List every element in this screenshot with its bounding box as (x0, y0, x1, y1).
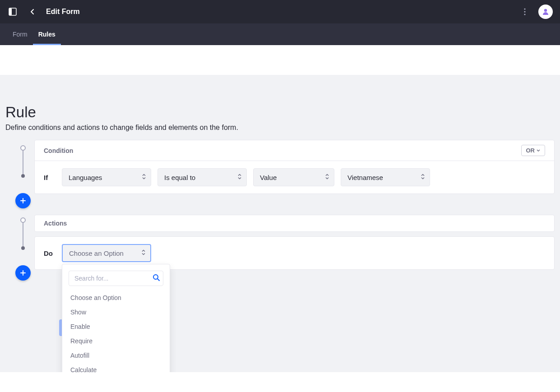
action-select-value: Choose an Option (69, 249, 124, 257)
condition-operator-value: Is equal to (164, 174, 195, 181)
action-select[interactable]: Choose an Option (62, 244, 151, 262)
kebab-menu-button[interactable] (519, 6, 530, 17)
svg-point-7 (21, 146, 25, 150)
page-subtitle: Define conditions and actions to change … (5, 124, 555, 132)
timeline (5, 140, 34, 284)
condition-type-value: Value (260, 174, 277, 181)
svg-point-5 (544, 9, 547, 12)
actions-header-card: Actions (34, 215, 555, 232)
caret-down-icon (537, 149, 540, 152)
condition-field-value: Languages (69, 174, 102, 181)
condition-operator-select[interactable]: Is equal to (157, 168, 247, 186)
dropdown-option[interactable]: Require (69, 334, 163, 348)
condition-header-label: Condition (44, 147, 73, 154)
condition-field-select[interactable]: Languages (62, 168, 151, 186)
add-action-button[interactable] (15, 265, 31, 281)
svg-point-3 (524, 11, 525, 12)
svg-point-4 (524, 14, 525, 15)
tab-form[interactable]: Form (7, 23, 33, 45)
svg-point-11 (21, 246, 25, 250)
main-content: Rule Define conditions and actions to ch… (0, 75, 560, 372)
sort-icon (141, 249, 146, 257)
page-title: Rule (5, 104, 555, 121)
panel-toggle-button[interactable] (7, 6, 18, 17)
condition-value-value: Vietnamese (347, 174, 383, 181)
dropdown-option[interactable]: Autofill (69, 348, 163, 363)
svg-point-8 (21, 174, 25, 178)
or-button[interactable]: OR (521, 145, 546, 156)
svg-rect-1 (9, 8, 12, 15)
dropdown-option[interactable]: Show (69, 305, 163, 319)
condition-type-select[interactable]: Value (253, 168, 334, 186)
page-header-title: Edit Form (46, 8, 80, 16)
dropdown-search-input[interactable] (69, 271, 163, 286)
action-dropdown: Choose an Option Show Enable Require Aut… (62, 264, 170, 372)
dropdown-option[interactable]: Choose an Option (69, 291, 163, 305)
sort-icon (421, 174, 425, 181)
do-label: Do (44, 249, 56, 257)
user-avatar[interactable] (538, 5, 553, 19)
add-condition-button[interactable] (15, 193, 31, 208)
dropdown-option[interactable]: Enable (69, 319, 163, 334)
svg-point-10 (21, 218, 25, 222)
back-button[interactable] (27, 6, 38, 17)
white-strip (0, 45, 560, 75)
svg-point-2 (524, 8, 525, 9)
sort-icon (325, 174, 329, 181)
search-icon (153, 274, 160, 283)
condition-card: Condition OR If Languages Is (34, 140, 555, 194)
svg-line-13 (157, 279, 159, 281)
app-header: Edit Form (0, 0, 560, 23)
condition-value-select[interactable]: Vietnamese (341, 168, 430, 186)
sort-icon (237, 174, 242, 181)
sort-icon (142, 174, 146, 181)
tab-bar: Form Rules (0, 23, 560, 45)
actions-card: Do Choose an Option (34, 236, 555, 270)
dropdown-option[interactable]: Calculate (69, 363, 163, 372)
or-button-label: OR (526, 147, 535, 154)
actions-header-label: Actions (44, 220, 67, 227)
tab-rules[interactable]: Rules (33, 23, 61, 45)
if-label: If (44, 174, 56, 181)
